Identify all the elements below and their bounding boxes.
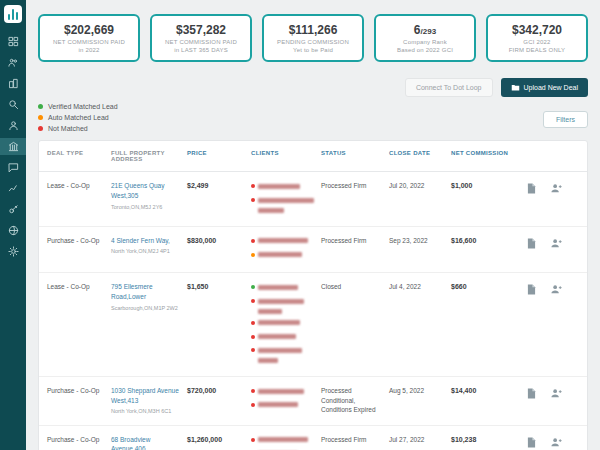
property-address-link[interactable]: 795 Ellesmere Road,Lower xyxy=(111,282,181,302)
column-header-close-date[interactable]: CLOSE DATE xyxy=(389,150,451,156)
clients-cell xyxy=(251,386,321,414)
document-icon[interactable] xyxy=(521,236,547,249)
stat-value: $202,669 xyxy=(42,23,136,37)
table-header: DEAL TYPE FULL PROPERTY ADDRESS PRICE CL… xyxy=(39,141,587,172)
column-header-net-commission[interactable]: NET COMMISSION xyxy=(451,150,521,156)
chart-icon[interactable] xyxy=(0,180,26,197)
stat-cards: $202,669 NET COMMISSION PAID in 2022 $35… xyxy=(38,14,588,62)
connect-dotloop-button[interactable]: Connect To Dot Loop xyxy=(405,78,493,97)
column-header-clients[interactable]: CLIENTS xyxy=(251,150,321,156)
toolbar: Connect To Dot Loop Upload New Deal xyxy=(38,78,588,97)
property-address-link[interactable]: 4 Slender Fern Way, xyxy=(111,236,181,246)
client-entry xyxy=(251,282,315,292)
table-row: Purchase - Co-Op 4 Slender Fern Way, Nor… xyxy=(39,227,587,274)
red-dot-icon xyxy=(251,389,255,393)
search-icon[interactable] xyxy=(0,96,26,113)
app-logo[interactable] xyxy=(4,5,22,23)
chat-icon[interactable] xyxy=(0,159,26,176)
document-icon[interactable] xyxy=(521,386,547,399)
column-header-deal-type[interactable]: DEAL TYPE xyxy=(47,150,111,156)
address-cell: 21E Queens Quay West,305 Toronto,ON,M5J … xyxy=(111,181,187,211)
red-dot-icon xyxy=(251,438,255,442)
stat-label: NET COMMISSION PAID xyxy=(42,39,136,45)
property-address-link[interactable]: 68 Broadview Avenue,406 xyxy=(111,435,181,450)
red-dot-icon xyxy=(251,299,255,303)
column-header-status[interactable]: STATUS xyxy=(321,150,389,156)
team-icon[interactable] xyxy=(0,54,26,71)
document-icon[interactable] xyxy=(521,435,547,448)
stat-sublabel: Yet to be Paid xyxy=(266,47,360,53)
client-entry xyxy=(251,386,315,396)
client-entry xyxy=(251,181,315,191)
address-cell: 68 Broadview Avenue,406 Toronto,ON,M4M 2… xyxy=(111,435,187,450)
stat-card-company-rank: 6/293 Company Rank Based on 2022 GCI xyxy=(374,14,476,62)
green-dot-icon xyxy=(251,285,255,289)
net-commission-cell: $1,000 xyxy=(451,181,521,192)
red-dot-icon xyxy=(251,348,255,352)
add-person-icon[interactable] xyxy=(547,282,573,294)
property-address-city: Scarborough,ON,M1P 2W2 xyxy=(111,304,181,312)
stat-sublabel: Based on 2022 GCI xyxy=(378,47,472,53)
globe-icon[interactable] xyxy=(0,222,26,239)
property-address-link[interactable]: 1030 Sheppard Avenue West,413 xyxy=(111,386,181,406)
net-commission-cell: $16,600 xyxy=(451,236,521,247)
deal-type-cell: Purchase - Co-Op xyxy=(47,236,111,246)
client-entry xyxy=(251,400,315,410)
redacted-client-name xyxy=(258,285,298,290)
key-icon[interactable] xyxy=(0,201,26,218)
status-cell: Processed Conditional, Conditions Expire… xyxy=(321,386,389,415)
stat-value: $111,266 xyxy=(266,23,360,37)
filters-button[interactable]: Filters xyxy=(543,111,588,128)
document-icon[interactable] xyxy=(521,282,547,295)
add-person-icon[interactable] xyxy=(547,435,573,447)
sidebar xyxy=(0,0,26,450)
stat-card-net-365: $357,282 NET COMMISSION PAID in LAST 365… xyxy=(150,14,252,62)
buildings-icon[interactable] xyxy=(0,75,26,92)
red-dot-icon xyxy=(251,198,255,202)
status-cell: Processed Firm xyxy=(321,236,389,246)
address-cell: 4 Slender Fern Way, North York,ON,M2J 4P… xyxy=(111,236,187,256)
add-person-icon[interactable] xyxy=(547,181,573,193)
redacted-client-name xyxy=(258,334,296,339)
table-row: Purchase - Co-Op 68 Broadview Avenue,406… xyxy=(39,426,587,450)
add-person-icon[interactable] xyxy=(547,386,573,398)
close-date-cell: Jul 27, 2022 xyxy=(389,435,451,445)
gear-icon[interactable] xyxy=(0,243,26,260)
deal-type-cell: Lease - Co-Op xyxy=(47,181,111,191)
clients-cell xyxy=(251,435,321,450)
red-dot-icon xyxy=(38,126,43,131)
client-entry xyxy=(251,345,315,363)
price-cell: $1,260,000 xyxy=(187,435,251,446)
stat-sublabel: FIRM DEALS ONLY xyxy=(490,47,584,53)
column-header-address[interactable]: FULL PROPERTY ADDRESS xyxy=(111,150,187,162)
legend-item-notmatched: Not Matched xyxy=(38,125,118,132)
stat-value: $357,282 xyxy=(154,23,248,37)
redacted-client-name xyxy=(258,184,300,189)
column-header-price[interactable]: PRICE xyxy=(187,150,251,156)
property-address-city: North York,ON,M3H 6C1 xyxy=(111,407,181,415)
redacted-client-name xyxy=(258,320,300,325)
property-address-link[interactable]: 21E Queens Quay West,305 xyxy=(111,181,181,201)
redacted-client-name xyxy=(258,208,284,213)
legend: Verified Matched Lead Auto Matched Lead … xyxy=(38,103,118,132)
table-row: Lease - Co-Op 795 Ellesmere Road,Lower S… xyxy=(39,273,587,377)
stat-card-gci: $342,720 GCI 2022 FIRM DEALS ONLY xyxy=(486,14,588,62)
dashboard-icon[interactable] xyxy=(0,33,26,50)
stat-card-pending: $111,266 PENDING COMMISSION Yet to be Pa… xyxy=(262,14,364,62)
document-icon[interactable] xyxy=(521,181,547,194)
add-person-icon[interactable] xyxy=(547,236,573,248)
red-dot-icon xyxy=(251,335,255,339)
clients-cell xyxy=(251,181,321,217)
net-commission-cell: $14,400 xyxy=(451,386,521,397)
red-dot-icon xyxy=(251,403,255,407)
deal-type-cell: Lease - Co-Op xyxy=(47,282,111,292)
upload-new-deal-button[interactable]: Upload New Deal xyxy=(501,78,588,97)
redacted-client-name xyxy=(258,252,302,257)
price-cell: $720,000 xyxy=(187,386,251,397)
bank-icon[interactable] xyxy=(0,138,26,155)
client-entry xyxy=(251,331,315,341)
table-row: Lease - Co-Op 21E Queens Quay West,305 T… xyxy=(39,172,587,227)
table-body: Lease - Co-Op 21E Queens Quay West,305 T… xyxy=(39,172,587,450)
close-date-cell: Jul 20, 2022 xyxy=(389,181,451,191)
user-icon[interactable] xyxy=(0,117,26,134)
